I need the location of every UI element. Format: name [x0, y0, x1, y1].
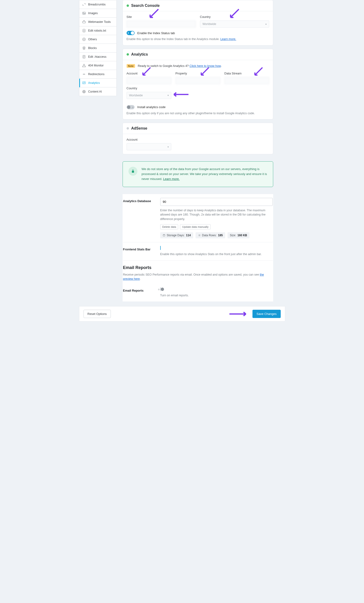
sidebar-item-redirections[interactable]: Redirections [79, 70, 116, 79]
property-select[interactable] [176, 77, 220, 84]
file-code-icon [82, 29, 86, 33]
analytics-country-select[interactable]: Worldwide ▾ [127, 92, 171, 99]
target-icon [82, 90, 86, 93]
sidebar-item-content-ai[interactable]: Content AI [79, 87, 116, 96]
svg-rect-2 [83, 21, 85, 23]
analytics-database-row: Analytics Database Enter the number of d… [123, 194, 273, 242]
ga4-note: Note Ready to switch to Google Analytics… [127, 64, 269, 68]
country-label: Country [200, 15, 269, 19]
property-label: Property [176, 72, 220, 75]
adsense-account-label: Account [127, 138, 171, 141]
install-code-toggle[interactable] [127, 105, 135, 109]
sidebar-item-webmaster-tools[interactable]: Webmaster Tools [79, 18, 116, 26]
ga4-link[interactable]: Click here to know how [189, 64, 221, 68]
account-select[interactable] [127, 77, 171, 84]
search-console-panel: Search Console Site Country Worldwide ▾ [122, 0, 273, 46]
sidebar-item-404-monitor[interactable]: 404 Monitor [79, 61, 116, 70]
status-dot-icon [127, 127, 129, 129]
setting-label: Email Reports [123, 287, 155, 298]
image-icon [82, 11, 86, 15]
analytics-country-label: Country [127, 86, 171, 90]
email-reports-toggle[interactable] [160, 287, 161, 291]
sidebar-item-label: Edit robots.txt [88, 29, 106, 32]
note-badge: Note [127, 64, 135, 68]
list-icon [82, 37, 86, 41]
select-value: Worldwide [203, 22, 216, 26]
account-label: Account [127, 72, 171, 75]
adsense-panel: AdSense Account ▾ [122, 123, 273, 154]
email-reports-desc: Receive periodic SEO Performance reports… [123, 273, 273, 284]
frontend-stats-toggle[interactable] [160, 246, 161, 250]
sidebar-item-images[interactable]: Images [79, 9, 116, 18]
help-text: Enable this option only if you are not u… [127, 111, 269, 116]
sidebar-item-htaccess[interactable]: Edit .htaccess [79, 53, 116, 61]
chip-storage-days: Storage Days: 114 [160, 232, 193, 238]
sidebar-item-label: 404 Monitor [88, 64, 104, 67]
sidebar-item-others[interactable]: Others [79, 35, 116, 44]
lock-icon [129, 167, 137, 176]
privacy-text: We do not store any of the data from you… [142, 167, 267, 181]
chip-data-rows: Data Rows: 185 [196, 232, 225, 238]
datastream-select[interactable] [224, 77, 269, 84]
learn-more-link[interactable]: Learn more. [163, 177, 179, 181]
toggle-label: Enable the Index Status tab [137, 31, 175, 35]
help-text: Enable this option to show the Index Sta… [127, 37, 269, 41]
svg-rect-3 [83, 29, 85, 32]
svg-rect-11 [163, 234, 165, 236]
warning-icon [82, 64, 86, 67]
panel-title: Analytics [131, 52, 148, 57]
datastream-label: Data Stream [224, 72, 269, 75]
chevron-down-icon: ▾ [167, 146, 169, 148]
adsense-account-select[interactable]: ▾ [127, 143, 171, 150]
learn-more-link[interactable]: Learn more. [220, 37, 236, 41]
index-status-toggle[interactable] [127, 31, 135, 35]
setting-label: Frontend Stats Bar [123, 246, 155, 256]
chevron-down-icon: ▾ [265, 23, 267, 25]
blocks-icon [82, 46, 86, 50]
panel-title: Search Console [131, 3, 160, 8]
help-text: Turn on email reports. [160, 293, 273, 298]
frontend-stats-row: Frontend Stats Bar Enable this option to… [123, 242, 273, 261]
settings-sidebar: Breadcrumbs Images Webmaster Tools Edit … [79, 0, 117, 96]
sidebar-item-label: Breadcrumbs [88, 3, 106, 6]
panel-title: AdSense [131, 126, 147, 130]
analytics-days-input[interactable] [160, 198, 273, 206]
sidebar-item-analytics[interactable]: Analytics [79, 79, 116, 87]
select-value: Worldwide [129, 94, 143, 97]
toolbox-icon [82, 20, 86, 24]
sidebar-item-label: Content AI [88, 90, 102, 93]
chart-icon [82, 81, 86, 85]
help-text: Enter the number of days to keep Analyti… [160, 208, 273, 221]
delete-data-button[interactable]: Delete data [160, 224, 178, 229]
annotation-arrow-icon [229, 311, 248, 317]
reset-options-button[interactable]: Reset Options [84, 310, 111, 318]
sidebar-item-label: Images [88, 12, 98, 15]
analytics-panel: Analytics Note Ready to switch to Google… [122, 49, 273, 120]
svg-point-1 [83, 13, 84, 13]
sidebar-item-blocks[interactable]: Blocks [79, 44, 116, 53]
file-icon [82, 55, 86, 59]
sidebar-item-edit-robots[interactable]: Edit robots.txt [79, 26, 116, 35]
calendar-icon [163, 234, 165, 237]
site-label: Site [127, 15, 196, 19]
main-content: Search Console Site Country Worldwide ▾ [122, 0, 273, 302]
chevron-down-icon: ▾ [167, 94, 169, 97]
setting-label: Analytics Database [123, 198, 155, 238]
sidebar-item-label: Analytics [88, 81, 100, 85]
svg-point-7 [83, 90, 85, 93]
redirect-icon [82, 72, 86, 76]
help-text: Enable this option to show Analytics Sta… [160, 252, 273, 256]
sidebar-item-label: Webmaster Tools [88, 20, 111, 23]
save-changes-button[interactable]: Save Changes [253, 310, 280, 318]
site-select[interactable] [127, 21, 196, 28]
email-reports-heading: Email Reports [123, 265, 273, 270]
country-select[interactable]: Worldwide ▾ [200, 21, 269, 28]
update-data-button[interactable]: Update data manually [180, 224, 210, 229]
svg-point-4 [83, 38, 85, 41]
svg-point-8 [83, 91, 85, 93]
sidebar-item-label: Blocks [88, 46, 97, 50]
breadcrumb-icon [82, 3, 86, 6]
sidebar-item-breadcrumbs[interactable]: Breadcrumbs [79, 0, 116, 9]
status-dot-icon [127, 53, 129, 56]
sidebar-item-label: Redirections [88, 72, 104, 76]
